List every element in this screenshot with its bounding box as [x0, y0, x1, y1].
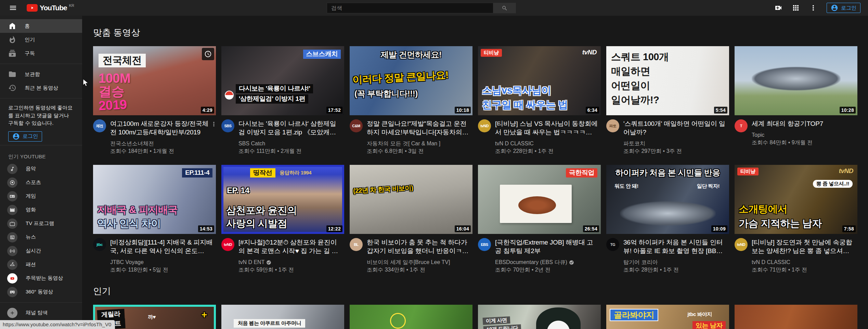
popular-video-thumbnail[interactable]: 처음 뵙는 야쿠르트 아주머니	[221, 305, 344, 329]
video-title[interactable]: 36억 하이퍼카 처음 본 시민들 인터뷰! 아폴로 IE 화보 촬영 현장 […	[623, 238, 726, 255]
video-title[interactable]: 세계 최대의 항공기TOP7	[752, 119, 855, 128]
video-thumbnail[interactable]: 6:34 티비냥tvND스님vs목사님이친구일 때 싸우는 법	[478, 46, 601, 115]
thumb-overlay: 스브스캐치	[303, 50, 341, 59]
sidebar-item-360-video[interactable]: 360° 동영상	[0, 285, 82, 299]
sidebar-item-movies[interactable]: 영화	[0, 203, 82, 217]
channel-name[interactable]: 비보이의 세계 일주[Bruce Lee TV]	[367, 259, 450, 266]
sidebar-item-history[interactable]: 최근 본 동영상	[0, 81, 82, 95]
sidebar-login-button[interactable]: 로그인	[8, 131, 42, 142]
video-title[interactable]: 다시보는 '육룡이 나르샤' 삼한제일검 이방지 모음 1편.zip 《모았캐치…	[238, 119, 341, 136]
sidebar-item-music[interactable]: 음악	[0, 162, 82, 176]
channel-name[interactable]: tvN D CLASSIC	[495, 140, 534, 147]
thumb-overlay: 뽕 좀 넣으셔..!!	[813, 180, 853, 188]
video-title[interactable]: '스쿼트100개' 매일하면 어떤일이 일어날까?	[623, 119, 726, 136]
popular-video-thumbnail[interactable]: 골라봐야지jtbc 봐야지있는 남자	[606, 305, 729, 329]
popular-video-thumbnail[interactable]	[350, 305, 472, 329]
thumb-overlay: 있는 남자	[692, 321, 726, 329]
search-input[interactable]	[327, 3, 493, 13]
video-title[interactable]: 한국 비보이가 춤 못 추는 척 하다가 갑자기 비보잉을 했더니 반응이ㅋㅋ …	[367, 238, 470, 255]
video-thumbnail[interactable]: 26:54 극한직업	[478, 165, 601, 234]
youtube-logo[interactable]: YouTube KR	[27, 4, 74, 12]
channel-avatar[interactable]: tvND	[221, 238, 234, 251]
header-login-button[interactable]: 로그인	[827, 3, 860, 13]
video-title[interactable]: 정말 큰일나요!"제발"목숨걸고 운전하지 마세요!부탁입니다[자동차의모든것-…	[367, 119, 470, 136]
channel-avatar[interactable]: EBS	[478, 238, 491, 251]
create-video-button[interactable]	[774, 4, 782, 12]
more-options-button[interactable]	[809, 4, 817, 12]
sidebar-item-library[interactable]: 보관함	[0, 67, 82, 81]
popular-video-thumbnail[interactable]: 이게 사면10개 드립니다	[478, 305, 601, 329]
sidebar-item-spotlight[interactable]: 주목받는 동영상	[0, 272, 82, 285]
video-meta: 조회수 28만회 • 1주 전	[623, 266, 726, 274]
sidebar-divider	[0, 302, 82, 303]
channel-avatar[interactable]: T	[735, 119, 748, 132]
channel-avatar[interactable]: 체전	[93, 119, 106, 132]
video-title[interactable]: [티비냥] 스님 VS 목사님이 동창회에서 만났을 때 싸우는 법ㅋㅋㅋㅋㅋ …	[495, 119, 598, 136]
sidebar-item-news[interactable]: 뉴스	[0, 231, 82, 244]
channel-name[interactable]: tvN D ENT	[238, 259, 264, 266]
sidebar-item-browse-channels[interactable]: 채널 탐색	[0, 306, 82, 320]
channel-name[interactable]: EBSDocumentary (EBS 다큐)	[495, 259, 567, 266]
channel-avatar[interactable]: SBS	[221, 119, 234, 132]
video-thumbnail[interactable]: 16:04 (22년 차 한국 비보이)	[350, 165, 472, 234]
channel-name[interactable]: JTBC Voyage	[110, 259, 144, 266]
sidebar-item-label: 인기	[25, 37, 35, 43]
sidebar-item-trending[interactable]: 인기	[0, 33, 82, 47]
thumb-overlay: 골라봐야지	[610, 309, 658, 321]
channel-name[interactable]: 파토코치	[623, 140, 645, 147]
video-title[interactable]: [#지나철]⏱12분⏱ 삼천포와 윤진이의 본격 로맨스 시작♥ 집 가는 길 …	[238, 238, 341, 255]
sidebar-item-sports[interactable]: 스포츠	[0, 176, 82, 189]
thumb-overlay: 소개팅에서	[739, 204, 788, 215]
video-title[interactable]: [티비냥] 장도연과 첫 만남에 속궁합 보는 양세찬!? 님은 뽕 좀 넣으셔…	[752, 238, 855, 255]
duration-badge: 5:54	[714, 107, 727, 114]
video-title[interactable]: [비정상회담][111-4] 지배국 & 피지배국, 서로 다른 역사 인식의 …	[110, 238, 213, 255]
search-button[interactable]	[493, 3, 516, 13]
video-thumbnail[interactable]: 7:58 티비냥tvND뽕 좀 넣으셔..!!소개팅에서가슴 지적하는 남자	[735, 165, 857, 234]
sidebar-item-label: 홈	[25, 23, 30, 29]
thumb-overlay: (꼭 부탁합니다!!!)	[354, 89, 418, 98]
hamburger-menu-button[interactable]	[9, 4, 17, 12]
video-thumbnail[interactable]: 17:52 스브스캐치다시보는 '육룡이 나르샤!''삼한제일검' 이방지 1편	[221, 46, 344, 115]
channel-avatar[interactable]: 파토	[606, 119, 619, 132]
video-title[interactable]: 여고100m 새로운강자 등장/전국체전 100m/고등/대학/일반부/2019	[110, 119, 213, 136]
video-thumbnail[interactable]: 14:53 EP.111-4지배국 & 피지배국역사 인식 차이	[93, 165, 216, 234]
youtube-apps-button[interactable]	[792, 4, 800, 12]
sidebar-item-tv-shows[interactable]: TV 프로그램	[0, 217, 82, 231]
video-thumbnail[interactable]: 4:29 전국체전100M결승2019	[93, 46, 216, 115]
channel-name[interactable]: 탑기어 코리아	[623, 259, 658, 266]
sidebar-item-fashion[interactable]: 패션	[0, 258, 82, 272]
channel-name[interactable]: tvN D CLASSIC	[752, 259, 790, 266]
duration-badge: 12:22	[326, 225, 342, 232]
thumb-overlay: 티비냥	[481, 49, 502, 57]
channel-avatar[interactable]: tvND	[735, 238, 748, 251]
sidebar-item-label: 실시간	[26, 248, 41, 254]
channel-name[interactable]: 자동차의 모든 것[ Car & Man ]	[367, 140, 440, 147]
sidebar-item-home[interactable]: 홈	[0, 19, 82, 33]
channel-avatar[interactable]: jtbc	[93, 238, 106, 251]
duration-badge: 10:28	[840, 107, 856, 114]
channel-avatar[interactable]: tvND	[478, 119, 491, 132]
channel-avatar[interactable]: BL	[350, 238, 363, 251]
video-thumbnail[interactable]: 10:09 하이퍼카 처음 본 시민들 반응워도 안 돼!일단 찍자!	[606, 165, 729, 234]
channel-avatar[interactable]: TG	[606, 238, 619, 251]
channel-name[interactable]: SBS Catch	[238, 140, 265, 147]
channel-name[interactable]: Topic	[752, 131, 764, 139]
channel-name[interactable]: 전국소년소녀체전	[110, 140, 154, 147]
channel-avatar[interactable]: C&M	[350, 119, 363, 132]
video-menu-button[interactable]	[210, 120, 217, 128]
video-title[interactable]: [극한직업/Extreme JOB] 해병대 고공 침투팀 제2부	[495, 238, 598, 255]
sidebar-divider	[0, 64, 82, 64]
video-thumbnail[interactable]: 10:18 제발 건먼하세요!이러다 정말 큰일나요!(꼭 부탁합니다!!!)	[350, 46, 472, 115]
watch-later-button[interactable]	[202, 48, 214, 60]
thumb-overlay: 띵작선	[250, 168, 275, 177]
video-thumbnail[interactable]: 10:28	[735, 46, 857, 115]
sidebar-item-gaming[interactable]: 게임	[0, 189, 82, 203]
thumb-overlay: 처음 뵙는 야쿠르트 아주머니	[234, 319, 305, 328]
sidebar-item-live[interactable]: 실시간	[0, 244, 82, 258]
popular-video-thumbnail[interactable]	[735, 305, 857, 329]
video-meta: 조회수 228만회 • 1주 전	[495, 147, 598, 155]
sidebar-item-subscriptions[interactable]: 구독	[0, 47, 82, 60]
video-thumbnail[interactable]: 5:54 스쿼트 100개매일하면어떤일이일어날까!?	[606, 46, 729, 115]
recommended-section-title: 맞춤 동영상	[93, 27, 868, 39]
video-thumbnail[interactable]: 12:22 띵작선응답하라 1994EP. 14삼천포와 윤진의사랑의 시발점	[221, 165, 344, 234]
